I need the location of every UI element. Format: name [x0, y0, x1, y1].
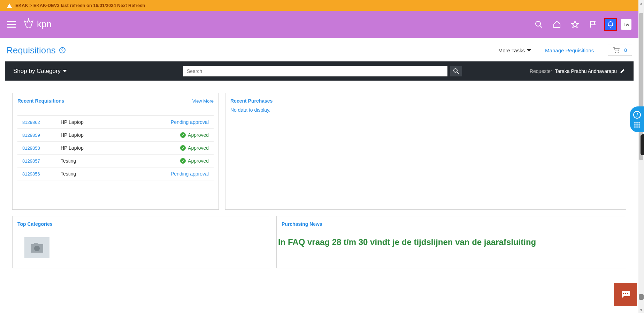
requisition-description: Testing [61, 158, 180, 164]
page-header: Requisitions ? More Tasks Manage Requisi… [0, 38, 638, 61]
requester-field: Requester Taraka Prabhu Andhavarapu [530, 68, 625, 74]
panel-title: Recent Requisitions [17, 98, 64, 104]
requisition-row: 8129858HP Laptop✓Approved [17, 142, 214, 155]
recent-purchases-panel: Recent Purchases No data to display. [225, 93, 626, 210]
requisition-description: HP Laptop [61, 132, 180, 138]
more-tasks-dropdown[interactable]: More Tasks [498, 47, 531, 53]
scrollbar[interactable]: ▲ ▼ [638, 0, 644, 313]
brand-text: kpn [37, 19, 52, 30]
requisition-description: Testing [61, 171, 171, 177]
flag-icon[interactable] [586, 17, 600, 31]
requisition-id-link[interactable]: 8129859 [22, 133, 61, 138]
search-icon [453, 68, 459, 74]
svg-point-3 [618, 52, 619, 53]
svg-point-1 [536, 21, 540, 26]
notifications-icon[interactable] [604, 18, 617, 31]
scroll-down-arrow[interactable]: ▼ [638, 307, 644, 313]
banner-text: EKAK > EKAK-DEV3 last refresh on 16/01/2… [15, 3, 145, 8]
svg-point-0 [28, 18, 29, 20]
panel-title: Recent Purchases [230, 98, 273, 104]
widget-drag-handle[interactable] [641, 134, 644, 155]
chat-button[interactable] [614, 283, 637, 306]
requisition-id-link[interactable]: 8129856 [22, 171, 61, 177]
scroll-up-arrow[interactable]: ▲ [638, 0, 644, 6]
warning-icon [7, 3, 12, 8]
dialpad-icon [634, 122, 640, 128]
shop-by-category-dropdown[interactable]: Shop by Category [13, 68, 67, 75]
requisition-description: HP Laptop [61, 119, 171, 125]
info-icon: i [633, 111, 641, 119]
panel-title: Purchasing News [282, 221, 322, 227]
requisition-description: HP Laptop [61, 145, 180, 151]
search-icon[interactable] [532, 17, 546, 31]
category-image-placeholder[interactable] [24, 237, 49, 258]
brand-logo[interactable]: kpn [22, 18, 52, 31]
empty-message: No data to display. [230, 107, 270, 113]
requisition-status: ✓Approved [180, 132, 209, 138]
requisition-status: ✓Approved [180, 145, 209, 151]
top-categories-panel: Top Categories [12, 216, 270, 268]
cart-count: 0 [624, 47, 627, 53]
requisition-row: 8129862HP LaptopPending approval [17, 116, 214, 129]
crown-icon [22, 18, 35, 31]
requisition-status[interactable]: Pending approval [171, 171, 209, 177]
requisition-status[interactable]: Pending approval [171, 119, 209, 125]
global-header: kpn TA [0, 11, 638, 38]
manage-requisitions-link[interactable]: Manage Requisitions [545, 47, 594, 53]
requisition-id-link[interactable]: 8129862 [22, 120, 61, 125]
cart-icon [613, 47, 620, 53]
camera-icon [30, 242, 44, 253]
check-icon: ✓ [180, 132, 186, 138]
help-icon[interactable]: ? [59, 47, 66, 53]
catalog-search-button[interactable] [450, 66, 462, 76]
requisition-row: 8129856TestingPending approval [17, 167, 214, 180]
requisition-id-link[interactable]: 8129857 [22, 158, 61, 164]
star-icon[interactable] [568, 17, 582, 31]
svg-point-8 [623, 293, 624, 294]
chevron-down-icon [63, 70, 67, 72]
cart-button[interactable]: 0 [608, 45, 632, 56]
panel-title: Top Categories [17, 221, 53, 227]
home-icon[interactable] [550, 17, 564, 31]
requester-name: Taraka Prabhu Andhavarapu [555, 68, 617, 74]
page-title: Requisitions [6, 45, 56, 56]
catalog-search-input[interactable] [183, 66, 447, 76]
chevron-down-icon [527, 49, 531, 52]
user-avatar[interactable]: TA [621, 19, 631, 30]
requisition-status: ✓Approved [180, 158, 209, 164]
requisition-row: 8129859HP Laptop✓Approved [17, 129, 214, 142]
purchasing-news-panel: Purchasing News In FAQ vraag 28 t/m 30 v… [276, 216, 626, 268]
requisition-id-link[interactable]: 8129858 [22, 146, 61, 151]
chat-icon [620, 290, 631, 299]
check-icon: ✓ [180, 145, 186, 151]
svg-point-2 [615, 52, 616, 53]
check-icon: ✓ [180, 158, 186, 164]
shop-bar: Shop by Category Requester Taraka Prabhu… [5, 61, 634, 81]
svg-point-10 [627, 293, 628, 294]
requisition-row: 8129857Testing✓Approved [17, 155, 214, 167]
view-more-link[interactable]: View More [192, 98, 214, 104]
news-headline: In FAQ vraag 28 t/m 30 vindt je de tijds… [277, 230, 626, 251]
environment-banner: EKAK > EKAK-DEV3 last refresh on 16/01/2… [0, 0, 638, 11]
svg-point-9 [625, 293, 626, 294]
recent-requisitions-panel: Recent Requisitions View More 8129862HP … [12, 93, 219, 210]
menu-icon[interactable] [7, 21, 16, 28]
svg-point-4 [454, 69, 457, 72]
edit-icon[interactable] [620, 68, 625, 74]
help-widget[interactable]: i [630, 106, 644, 132]
svg-rect-6 [34, 243, 38, 245]
svg-point-7 [34, 246, 40, 251]
